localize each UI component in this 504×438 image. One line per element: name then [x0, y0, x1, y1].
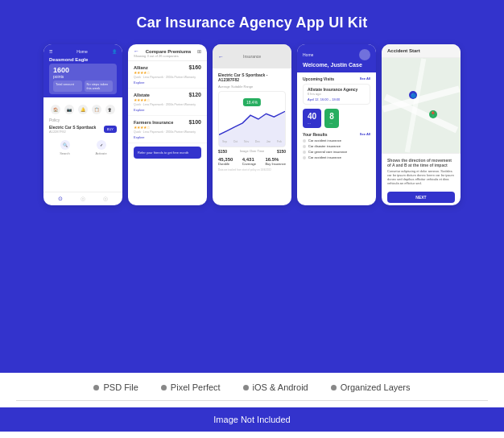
p4-upcoming-title: Upcoming Visits See All — [303, 76, 370, 81]
p5-description: Consetur adipiscing et dolor aenean. Sod… — [387, 169, 455, 185]
p4-counters: 40 --- 8 --- — [303, 109, 370, 128]
p4-see-all-2[interactable]: See All — [360, 132, 370, 137]
phones-row: ☰ Home 👤 Deasmond Eagle 1600 points Tota… — [43, 44, 461, 205]
p3-stat2-label: Coverage — [242, 162, 256, 166]
top-section: Car Insurance Agency App UI Kit ☰ Home 👤… — [0, 0, 504, 373]
p3-body: Electric Car S Sportback - A12387F82 Ave… — [213, 68, 291, 205]
p4-visit-card: Allstate Insurance Agency 6 hrs ago Apri… — [303, 84, 370, 105]
p2-back-icon[interactable]: ← — [134, 48, 139, 54]
p1-buy-btn[interactable]: BUY — [104, 126, 117, 133]
p4-welcome: Welcome, Justin Case — [303, 62, 370, 68]
p1-icon-home[interactable]: 🏠 — [51, 105, 60, 114]
p4-home-label: Home — [303, 52, 313, 57]
p3-chart-labels: SepOctNovDecJanFeb — [219, 140, 285, 143]
p3-stat1-label: Durable — [218, 162, 233, 166]
p1-stat2: No steps taken this week — [85, 81, 114, 92]
p2-explore-1[interactable]: Explore — [134, 81, 201, 85]
p1-search-icon[interactable]: 🔍 — [60, 140, 70, 150]
p3-title: Insurance — [243, 54, 261, 59]
p5-map: 🔵 📍 — [382, 58, 461, 153]
p2-header: ← Compare Premiums ⊞ Showing 3 out of 26… — [128, 44, 207, 61]
feature-psd: PSD File — [93, 382, 138, 392]
p2-item-2: Allstate $120 ★★★★☆ Quick · Less Paperwo… — [128, 89, 207, 116]
p1-points: 1600 — [53, 66, 113, 74]
phone-3: ← Insurance Electric Car S Sportback - A… — [213, 44, 291, 205]
bottom-section: PSD File Pixel Perfect iOS & Android Org… — [0, 373, 504, 438]
p1-header-label: Home — [76, 49, 87, 54]
p2-item-1: Allianz $160 ★★★★☆ Quick · Less Paperwor… — [128, 61, 207, 89]
footer-text: Image Not Included — [0, 407, 504, 432]
p2-banner: Refer your friends to get free month — [134, 147, 201, 159]
p1-policy-label: Policy — [49, 118, 117, 122]
psd-dot — [93, 385, 99, 390]
p1-nav-home[interactable]: ⊙ — [58, 196, 63, 202]
p1-nav-profile[interactable]: ◎ — [103, 196, 108, 202]
p2-explore-3[interactable]: Explore — [134, 135, 201, 139]
p1-user-name: Deasmond Eagle — [49, 57, 117, 62]
p5-pin-a: 🔵 — [409, 91, 417, 99]
p1-activate-icon[interactable]: ✓ — [97, 140, 106, 150]
p3-chart: 18.4% SepOctNovDecJanFeb — [218, 91, 286, 147]
p3-price-low: $150 — [218, 149, 227, 154]
feature-layers: Organized Layers — [331, 382, 411, 392]
p2-explore-2[interactable]: Explore — [134, 108, 201, 112]
p1-icon-list[interactable]: 📋 — [92, 105, 101, 114]
p5-pin-b: 📍 — [429, 110, 437, 118]
p3-chart-label: Average Suitable Range — [218, 85, 286, 89]
phone-2: ← Compare Premiums ⊞ Showing 3 out of 26… — [128, 44, 207, 205]
p5-info: Shows the direction of movement of A and… — [382, 153, 461, 189]
p3-price-high: $150 — [277, 149, 286, 154]
p4-time-ago: 6 hrs ago — [308, 92, 366, 96]
p2-item-3: Farmers Insurance $100 ★★★★☆ Quick · Les… — [128, 116, 207, 143]
p2-title: Compare Premiums — [146, 49, 192, 54]
layers-dot — [331, 385, 337, 390]
p4-body: Upcoming Visits See All Allstate Insuran… — [297, 72, 376, 205]
p3-back-icon[interactable]: ← — [218, 54, 224, 60]
p1-icons-row: 🏠 📷 🔔 📋 🗑 — [49, 105, 117, 114]
p1-search-label: Search — [49, 151, 81, 155]
p2-filter-icon[interactable]: ⊞ — [197, 48, 201, 54]
p3-date-note: Data are tracked from start of policy on… — [218, 168, 286, 171]
result-4: Car accident insurance — [303, 155, 370, 159]
result-3: Car general care insurance — [303, 150, 370, 154]
p3-header: ← Insurance — [213, 44, 291, 68]
p1-nav-search[interactable]: ◎ — [81, 196, 85, 202]
p4-see-all-1[interactable]: See All — [360, 76, 370, 81]
p5-next-btn[interactable]: NEXT — [387, 192, 455, 203]
feature-pixel: Pixel Perfect — [161, 382, 221, 392]
p3-product: Electric Car S Sportback - A12387F82 — [218, 72, 286, 82]
p5-info-title: Shows the direction of movement of A and… — [387, 158, 455, 167]
p4-counter1: 40 --- — [303, 109, 321, 128]
p4-results-title: Your Results See All — [303, 132, 370, 137]
pixel-label: Pixel Perfect — [171, 382, 221, 392]
p1-activate-label: Activate — [85, 151, 117, 155]
p1-icon-camera[interactable]: 📷 — [64, 105, 74, 114]
p3-chart-title: Image Over Time — [240, 149, 265, 154]
divider — [16, 400, 488, 401]
phone-5: Accident Start 🔵 📍 Shows the direction o… — [382, 44, 461, 205]
p1-stat1: Total amount — [53, 81, 82, 92]
ios-label: iOS & Android — [253, 382, 308, 392]
phone-4: Home Welcome, Justin Case Upcoming Visit… — [297, 44, 376, 205]
p1-menu-icon: ☰ — [49, 49, 52, 54]
p2-subtitle: Showing 3 out of 26 companies — [134, 54, 201, 58]
p1-icon-bell[interactable]: 🔔 — [78, 105, 88, 114]
p1-policy-id: A12287F82 — [49, 130, 96, 134]
p1-policy-item: Electric Car S Sportback A12287F82 BUY — [49, 125, 117, 134]
p5-header: Accident Start — [382, 44, 461, 58]
result-1: Car accident insurance — [303, 138, 370, 143]
p3-stats: 45,350 Durable 4,431 Coverage 16.5% Buy … — [218, 157, 286, 166]
p1-points-label: points — [53, 74, 113, 79]
p4-visit-date: April 12, 16:00 – 18:00 — [308, 97, 366, 101]
p4-results: Your Results See All Car accident insura… — [303, 132, 370, 159]
result-2: Car disaster insurance — [303, 144, 370, 148]
layers-label: Organized Layers — [341, 382, 411, 392]
feature-ios: iOS & Android — [243, 382, 308, 392]
p1-icon-trash[interactable]: 🗑 — [105, 105, 115, 114]
psd-label: PSD File — [103, 382, 138, 392]
p1-avatar: 👤 — [112, 49, 117, 54]
p4-avatar — [359, 49, 370, 60]
phone-1: ☰ Home 👤 Deasmond Eagle 1600 points Tota… — [43, 44, 122, 205]
p4-header: Home Welcome, Justin Case — [297, 44, 376, 72]
p4-counter2: 8 --- — [324, 109, 339, 128]
